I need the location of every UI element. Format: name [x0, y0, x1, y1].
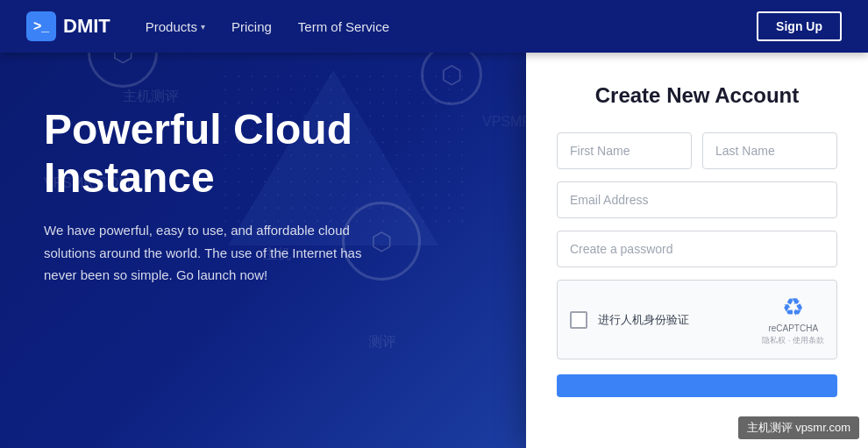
recaptcha-icon: ♻ [782, 293, 804, 322]
first-name-input[interactable] [557, 132, 692, 169]
recaptcha-checkbox[interactable] [570, 311, 587, 329]
hero-title: Powerful Cloud Instance [44, 105, 395, 202]
brand-name: DMIT [63, 15, 110, 38]
recaptcha-box: 进行人机身份验证 ♻ reCAPTCHA 隐私权 · 使用条款 [557, 280, 837, 359]
navbar: >_ DMIT Products ▾ Pricing Term of Servi… [0, 0, 868, 53]
nav-link-tos[interactable]: Term of Service [298, 19, 389, 34]
recaptcha-label: 进行人机身份验证 [598, 312, 689, 328]
signup-form-panel: Create New Account 进行人机身份验证 ♻ reCAPTCHA … [526, 53, 868, 448]
logo-icon: >_ [26, 11, 56, 41]
nav-link-pricing[interactable]: Pricing [231, 19, 272, 34]
recaptcha-badge: reCAPTCHA [768, 324, 818, 333]
password-input[interactable] [557, 231, 837, 267]
hero-left: Powerful Cloud Instance We have powerful… [0, 53, 526, 448]
email-input[interactable] [557, 181, 837, 218]
recaptcha-left: 进行人机身份验证 [570, 311, 689, 329]
recaptcha-right: ♻ reCAPTCHA 隐私权 · 使用条款 [762, 293, 824, 346]
recaptcha-privacy: 隐私权 · 使用条款 [762, 335, 824, 346]
nav-link-products[interactable]: Products ▾ [146, 19, 205, 34]
nav-links: Products ▾ Pricing Term of Service [146, 19, 757, 34]
create-account-button[interactable] [557, 374, 837, 397]
email-group [557, 181, 837, 218]
form-title: Create New Account [557, 83, 837, 108]
signup-button[interactable]: Sign Up [757, 11, 842, 41]
nav-brand[interactable]: >_ DMIT [26, 11, 110, 41]
last-name-input[interactable] [702, 132, 837, 169]
hero-section: Powerful Cloud Instance We have powerful… [0, 53, 868, 448]
hero-subtitle: We have powerful, easy to use, and affor… [44, 219, 377, 287]
name-row [557, 132, 837, 169]
password-group [557, 231, 837, 267]
products-dropdown-arrow: ▾ [201, 22, 205, 32]
